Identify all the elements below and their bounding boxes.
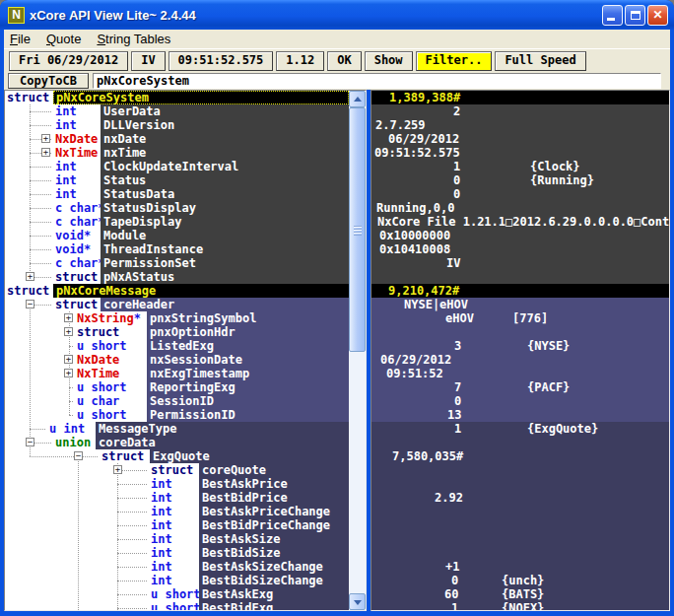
- tree-row-pnxcoresystem[interactable]: structpNxCoreSystem: [5, 91, 349, 104]
- tree-row-nxsessiondate[interactable]: +NxDatenxSessionDate: [5, 353, 349, 367]
- tree-row-nxexgtimestamp[interactable]: +NxTimenxExgTimestamp: [5, 367, 349, 380]
- tree-row-threadinstance[interactable]: void*ThreadInstance: [5, 242, 349, 256]
- tree-row-reportingexg[interactable]: u shortReportingExg: [5, 380, 349, 394]
- tree-row-type: u short: [151, 587, 201, 601]
- tree-row-coredata[interactable]: −unioncoreData: [5, 436, 349, 449]
- toolbar-button-ok[interactable]: OK: [327, 51, 361, 71]
- tree-connector-line: [117, 512, 147, 513]
- tree-row-module[interactable]: void*Module: [5, 229, 349, 242]
- close-button[interactable]: ✕: [647, 5, 668, 26]
- value-row-7: 0: [371, 187, 669, 201]
- tree-row-type: c char*: [55, 256, 105, 270]
- value-note: {NYSE}: [527, 339, 570, 353]
- expand-box-icon[interactable]: +: [64, 327, 73, 336]
- tree-row-name-bg: nxDate: [101, 132, 349, 146]
- tree-row-type: struct: [7, 284, 49, 298]
- tree-row-bestbidprice[interactable]: intBestBidPrice: [5, 491, 349, 505]
- collapse-box-icon[interactable]: −: [74, 451, 83, 460]
- tree-row-pnxstringsymbol[interactable]: +NxString*pnxStringSymbol: [5, 311, 349, 325]
- value-row-34: +1: [371, 560, 669, 574]
- value-row-17: [371, 325, 669, 339]
- toolbar-button-filter[interactable]: Filter..: [416, 51, 493, 71]
- tree-row-name-bg: BestBidExg: [199, 601, 349, 611]
- tree-row-type: int: [151, 518, 172, 532]
- tree-row-bestbidpricechange[interactable]: intBestBidPriceChange: [5, 518, 349, 532]
- tree-row-bestasksize[interactable]: intBestAskSize: [5, 532, 349, 546]
- tree-row-pnxastatus[interactable]: +structpNxAStatus: [5, 270, 349, 284]
- tree-row-dllversion[interactable]: intDLLVersion: [5, 118, 349, 132]
- minimize-button[interactable]: [602, 5, 623, 26]
- tree-row-bestasksizechange[interactable]: intBestAskSizeChange: [5, 560, 349, 574]
- tree-row-messagetype[interactable]: u intMessageType: [5, 422, 349, 436]
- toolbar-button-show[interactable]: Show: [365, 51, 413, 71]
- toolbar-button-full-speed[interactable]: Full Speed: [495, 51, 585, 71]
- tree-row-bestbidsize[interactable]: intBestBidSize: [5, 546, 349, 560]
- maximize-button[interactable]: [625, 5, 645, 26]
- toolbar-button-iv[interactable]: IV: [131, 51, 165, 71]
- value-text: 1: [453, 160, 460, 173]
- value-row-32: [371, 532, 669, 546]
- expand-box-icon[interactable]: +: [41, 148, 50, 157]
- tree-row-statusdata[interactable]: intStatusData: [5, 187, 349, 201]
- tree-connector-line: [117, 539, 147, 540]
- expand-box-icon[interactable]: +: [64, 369, 73, 377]
- tree-row-tapedisplay[interactable]: c char*TapeDisplay: [5, 215, 349, 229]
- tree-connector-line: [69, 415, 73, 416]
- value-text: 7: [454, 380, 461, 394]
- tree-row-bestaskpricechange[interactable]: intBestAskPriceChange: [5, 505, 349, 518]
- tree-row-pnxcoremessage[interactable]: structpNxCoreMessage: [5, 284, 349, 298]
- collapse-box-icon[interactable]: −: [26, 300, 34, 308]
- tree-row-userdata[interactable]: intUserData: [5, 104, 349, 118]
- tree-row-bestaskexg[interactable]: u shortBestAskExg: [5, 587, 349, 601]
- tree-row-nxtime[interactable]: +NxTimenxTime: [5, 146, 349, 160]
- toolbar-button-fri-06-29-2012[interactable]: Fri 06/29/2012: [9, 51, 128, 71]
- scroll-down-button[interactable]: [349, 593, 366, 610]
- toolbar-button-1-12[interactable]: 1.12: [276, 51, 324, 71]
- tree-row-type: struct: [55, 270, 98, 284]
- tree-row-nxdate[interactable]: +NxDatenxDate: [5, 132, 349, 146]
- tree-row-exgquote[interactable]: −structExgQuote: [5, 449, 349, 463]
- tree-row-bestbidsizechange[interactable]: intBestBidSizeChange: [5, 574, 349, 587]
- tree-row-pnxoptionhdr[interactable]: +structpnxOptionHdr: [5, 325, 349, 339]
- tree-row-type: NxDate: [55, 132, 98, 146]
- tree-row-name-bg: pNxCoreMessage: [53, 284, 349, 298]
- tree-row-listedexg[interactable]: u shortListedExg: [5, 339, 349, 353]
- menu-item-file[interactable]: File: [10, 32, 31, 46]
- value-row-14: 9,210,472#: [371, 284, 669, 298]
- expand-box-icon[interactable]: +: [64, 313, 73, 322]
- tree-row-type: union: [55, 436, 91, 449]
- value-row-28: [371, 477, 669, 491]
- tree-row-bestbidexg[interactable]: u shortBestBidExg: [5, 601, 349, 611]
- menu-item-string-tables[interactable]: String Tables: [97, 32, 170, 46]
- scroll-thumb[interactable]: [349, 107, 366, 352]
- value-text: 60: [444, 587, 458, 601]
- tree-row-type: NxString*: [77, 311, 141, 325]
- tree-row-name: BestAskExg: [202, 587, 273, 601]
- value-row-12: IV: [371, 256, 669, 270]
- tree-scrollbar[interactable]: [349, 91, 366, 610]
- expand-box-icon[interactable]: +: [26, 272, 34, 281]
- tree-row-status[interactable]: intStatus: [5, 173, 349, 187]
- tree-row-statusdisplay[interactable]: c char*StatusDisplay: [5, 201, 349, 215]
- tree-row-name: pNxCoreSystem: [56, 91, 149, 104]
- tree-row-clockupdateinterval[interactable]: intClockUpdateInterval: [5, 160, 349, 173]
- menu-item-quote[interactable]: Quote: [46, 32, 81, 46]
- expand-box-icon[interactable]: +: [64, 355, 73, 364]
- tree-row-corequote[interactable]: +structcoreQuote: [5, 463, 349, 477]
- tree-row-sessionid[interactable]: u charSessionID: [5, 394, 349, 408]
- tree-row-permissionid[interactable]: u shortPermissionID: [5, 408, 349, 422]
- tree-row-name-bg: BestAskSize: [199, 532, 349, 546]
- expand-box-icon[interactable]: +: [41, 134, 50, 143]
- expand-box-icon[interactable]: +: [113, 465, 122, 474]
- collapse-box-icon[interactable]: −: [26, 438, 34, 446]
- tree-row-bestaskprice[interactable]: intBestAskPrice: [5, 477, 349, 491]
- copy-to-clipboard-button[interactable]: CopyToCB: [8, 73, 89, 89]
- tree-row-permissionset[interactable]: c char*PermissionSet: [5, 256, 349, 270]
- toolbar-button-09-51-52-575[interactable]: 09:51:52.575: [168, 51, 274, 71]
- tree-row-coreheader[interactable]: −structcoreHeader: [5, 298, 349, 311]
- tree-row-name-bg: nxExgTimestamp: [147, 367, 349, 380]
- tree-row-name: pNxAStatus: [103, 270, 174, 284]
- tree-row-name-bg: nxTime: [101, 146, 349, 160]
- struct-name-field[interactable]: [93, 73, 661, 89]
- scroll-up-button[interactable]: [349, 91, 366, 107]
